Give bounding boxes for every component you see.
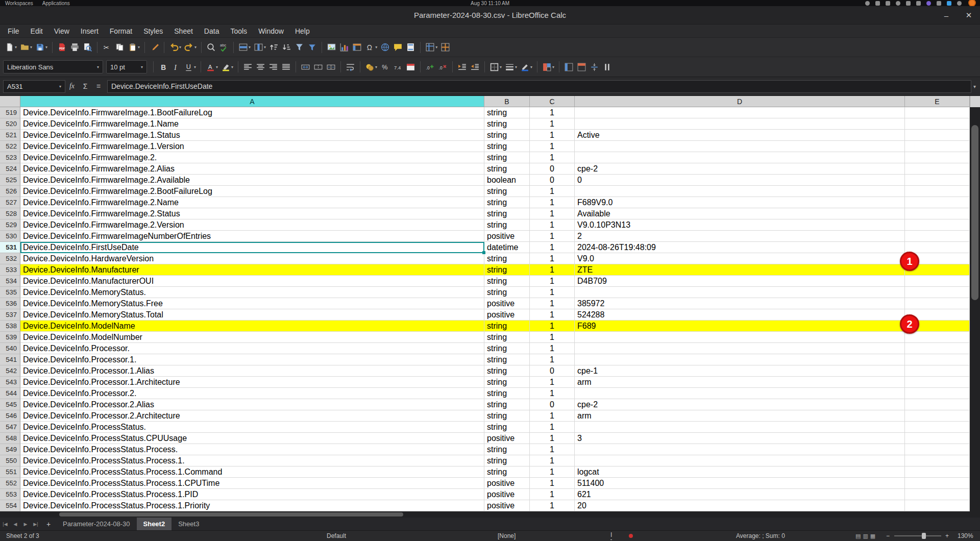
cell-C533[interactable]: 1: [530, 264, 575, 276]
cell-C538[interactable]: 1: [530, 321, 575, 332]
cell-E546[interactable]: [905, 410, 970, 422]
sort-descending-button[interactable]: [280, 40, 293, 55]
cell-C543[interactable]: 1: [530, 377, 575, 388]
sort-button[interactable]: [293, 40, 306, 55]
menu-insert[interactable]: Insert: [75, 24, 104, 38]
cell-B530[interactable]: positive: [484, 231, 530, 242]
next-sheet-button[interactable]: ▶: [20, 522, 31, 527]
cell-B547[interactable]: string: [484, 422, 530, 433]
cell-A522[interactable]: Device.DeviceInfo.FirmwareImage.1.Versio…: [20, 141, 484, 152]
clone-formatting-button[interactable]: [148, 40, 161, 55]
cell-B522[interactable]: string: [484, 141, 530, 152]
first-sheet-button[interactable]: |◀: [0, 522, 10, 527]
cell-B550[interactable]: string: [484, 455, 530, 466]
sheet-tab-parameter-2024-08-30[interactable]: Parameter-2024-08-30: [56, 518, 137, 530]
row-header-533[interactable]: 533: [0, 264, 20, 276]
cell-B552[interactable]: positive: [484, 478, 530, 489]
cell-E552[interactable]: [905, 478, 970, 489]
cell-C546[interactable]: 1: [530, 410, 575, 422]
save-button[interactable]: ▾: [34, 40, 49, 55]
row-header-534[interactable]: 534: [0, 276, 20, 287]
chevron-down-icon[interactable]: ▾: [59, 84, 61, 89]
split-window-button[interactable]: [439, 40, 452, 55]
cell-C534[interactable]: 1: [530, 276, 575, 287]
headers-and-footers-button[interactable]: [404, 40, 417, 55]
tray-indicator-9-icon[interactable]: [947, 1, 951, 6]
align-center-button[interactable]: [254, 59, 267, 75]
cell-E520[interactable]: [905, 118, 970, 130]
menu-styles[interactable]: Styles: [138, 24, 168, 38]
cell-C554[interactable]: 1: [530, 500, 575, 511]
cell-A537[interactable]: Device.DeviceInfo.MemoryStatus.Total: [20, 309, 484, 321]
sort-ascending-button[interactable]: [267, 40, 280, 55]
cell-D524[interactable]: cpe-2: [575, 163, 905, 175]
cell-A551[interactable]: Device.DeviceInfo.ProcessStatus.Process.…: [20, 466, 484, 478]
cell-A533[interactable]: Device.DeviceInfo.Manufacturer: [20, 264, 484, 276]
cell-D552[interactable]: 511400: [575, 478, 905, 489]
cell-C528[interactable]: 1: [530, 208, 575, 219]
unsaved-changes-icon[interactable]: [629, 534, 633, 538]
cell-A553[interactable]: Device.DeviceInfo.ProcessStatus.Process.…: [20, 489, 484, 500]
cell-E544[interactable]: [905, 388, 970, 399]
cell-D520[interactable]: [575, 118, 905, 130]
view-layout-buttons[interactable]: ▤▥▦: [855, 531, 877, 541]
cell-C532[interactable]: 1: [530, 253, 575, 264]
bold-button[interactable]: B: [157, 59, 169, 75]
cell-B526[interactable]: string: [484, 186, 530, 197]
freeze-first-row-button[interactable]: [575, 59, 588, 75]
cell-B523[interactable]: string: [484, 152, 530, 163]
cell-D547[interactable]: [575, 422, 905, 433]
font-color-button[interactable]: A▾: [204, 59, 219, 75]
cell-A529[interactable]: Device.DeviceInfo.FirmwareImage.2.Versio…: [20, 219, 484, 231]
select-function-button[interactable]: Σ: [79, 82, 92, 90]
cell-A534[interactable]: Device.DeviceInfo.ManufacturerOUI: [20, 276, 484, 287]
merge-and-center-cells-button[interactable]: [299, 59, 312, 75]
row-header-545[interactable]: 545: [0, 399, 20, 410]
row-header-536[interactable]: 536: [0, 298, 20, 309]
cell-D535[interactable]: [575, 287, 905, 298]
cell-E553[interactable]: [905, 489, 970, 500]
delete-decimal-place-button[interactable]: .0: [436, 59, 449, 75]
menu-help[interactable]: Help: [289, 24, 315, 38]
text-orientation-button[interactable]: [601, 59, 614, 75]
cell-E554[interactable]: [905, 500, 970, 511]
cell-A521[interactable]: Device.DeviceInfo.FirmwareImage.1.Status: [20, 130, 484, 141]
row-header-526[interactable]: 526: [0, 186, 20, 197]
cell-A543[interactable]: Device.DeviceInfo.Processor.1.Architectu…: [20, 377, 484, 388]
underline-button[interactable]: U▾: [182, 59, 198, 75]
cell-C549[interactable]: 1: [530, 444, 575, 455]
special-character-button[interactable]: Ω▾: [363, 40, 379, 55]
cell-B521[interactable]: string: [484, 130, 530, 141]
chevron-down-icon[interactable]: ▾: [30, 45, 32, 50]
cell-D519[interactable]: [575, 107, 905, 118]
cell-C536[interactable]: 1: [530, 298, 575, 309]
cell-B549[interactable]: string: [484, 444, 530, 455]
cell-E521[interactable]: [905, 130, 970, 141]
row-header-551[interactable]: 551: [0, 466, 20, 478]
cell-D545[interactable]: cpe-2: [575, 399, 905, 410]
tray-indicator-4-icon[interactable]: [896, 1, 900, 6]
spelling-button[interactable]: abc: [217, 40, 230, 55]
cell-B554[interactable]: positive: [484, 500, 530, 511]
insert-image-button[interactable]: [325, 40, 338, 55]
name-box[interactable]: A531 ▾: [3, 80, 65, 93]
minimize-button[interactable]: –: [941, 11, 951, 20]
cell-B542[interactable]: string: [484, 365, 530, 377]
cell-E545[interactable]: [905, 399, 970, 410]
chevron-down-icon[interactable]: ▾: [515, 65, 517, 69]
cell-A527[interactable]: Device.DeviceInfo.FirmwareImage.2.Name: [20, 197, 484, 208]
cell-B525[interactable]: boolean: [484, 175, 530, 186]
cell-E542[interactable]: [905, 365, 970, 377]
cell-D534[interactable]: D4B709: [575, 276, 905, 287]
last-sheet-button[interactable]: ▶|: [31, 522, 41, 527]
cell-B551[interactable]: string: [484, 466, 530, 478]
cell-C552[interactable]: 1: [530, 478, 575, 489]
row-header-539[interactable]: 539: [0, 332, 20, 343]
cell-B535[interactable]: string: [484, 287, 530, 298]
align-right-button[interactable]: [267, 59, 280, 75]
row-header-541[interactable]: 541: [0, 354, 20, 365]
cell-D532[interactable]: V9.0: [575, 253, 905, 264]
cell-D549[interactable]: [575, 444, 905, 455]
row-header-522[interactable]: 522: [0, 141, 20, 152]
cell-B527[interactable]: string: [484, 197, 530, 208]
